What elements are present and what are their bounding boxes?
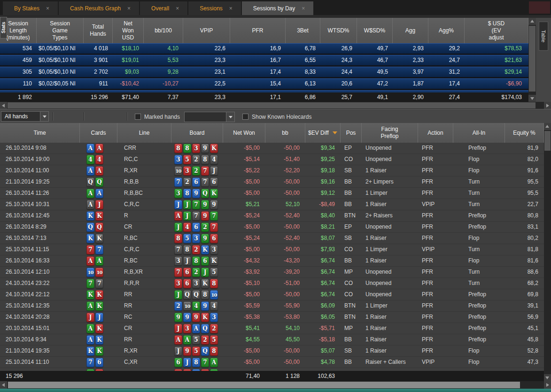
stats-col-header-agg[interactable]: Agg% (428, 18, 465, 43)
hand-row[interactable]: 25.10.2014 11:1076C,XR6J87A-$5,00-50,00$… (0, 357, 544, 368)
marked-hands-checkbox[interactable] (135, 114, 141, 120)
hand-time: 26.10.2014 16:33 (0, 255, 80, 266)
stats-scroll-up-icon[interactable] (528, 18, 536, 25)
card-4-c: 4 (86, 155, 94, 164)
stats-row[interactable]: 305$0,05/$0,10 NI2 702$9,039,2823,117,48… (0, 67, 528, 78)
hand-row[interactable]: 26.10.2014 19:0044RC,C35284-$5,14-51,40$… (0, 154, 544, 165)
hand-net-won: -$5,00 (223, 244, 265, 255)
stats-scroll-right-icon[interactable] (544, 102, 551, 109)
stats-vscroll-thumb[interactable] (529, 26, 535, 92)
hand-row[interactable]: 26.10.2014 11:26AAR,B,BC389QK-$5,00-50,0… (0, 188, 544, 199)
hand-row[interactable]: 20.10.2014 9:34AKRRAA525$4,5545,50-$5,18… (0, 334, 544, 346)
hands-col-header-bb[interactable]: bb (265, 123, 305, 143)
hands-filter-dropdown[interactable]: All hands (1, 111, 49, 122)
hand-position: SB (341, 346, 362, 356)
hands-col-header-facing-preflop[interactable]: Facing Preflop (362, 123, 418, 143)
hand-action: PFR (418, 289, 453, 300)
hand-action: PFR (418, 267, 453, 277)
table-side-tab[interactable]: Table (539, 22, 548, 51)
hand-action: VPIP (418, 357, 453, 368)
toolbar-separator (127, 112, 128, 121)
hand-row[interactable]: 24.10.2014 23:2277R,R,R363K8-$5,10-51,00… (0, 278, 544, 289)
stats-col-header-session-game-types[interactable]: Session Game Types (37, 18, 84, 43)
hand-action: PFR (418, 188, 453, 199)
chevron-down-icon[interactable] (226, 112, 234, 122)
stats-side-tab[interactable]: Stats (0, 17, 7, 38)
hands-scroll-right-icon[interactable] (544, 381, 551, 389)
hands-scroll-down-icon[interactable] (544, 374, 551, 381)
stats-col-header-agg[interactable]: Agg (393, 18, 428, 43)
close-icon[interactable]: × (302, 5, 305, 12)
hands-col-header-action[interactable]: Action (418, 123, 453, 143)
hand-row[interactable]: 24.10.2014 22:12KKRRJQQ810-$5,00-50,00$6… (0, 289, 544, 300)
hand-row[interactable]: 21.10.2014 19:35KKR,XRJ95Q8-$5,00-50,00$… (0, 346, 544, 357)
hand-row[interactable]: 26.10.2014 16:33AAR,BC3J86K-$4,32-43,20$… (0, 255, 544, 267)
hands-col-header-time[interactable]: Time (0, 123, 80, 143)
close-icon[interactable]: × (229, 5, 233, 12)
hand-row[interactable]: 24.10.2014 20:28JJRC999K3-$5,38-53,80$6,… (0, 312, 544, 323)
card-3-s: 3 (210, 245, 218, 254)
card-7-c: 7 (201, 358, 209, 367)
hands-col-header-equity[interactable]: Equity % (505, 123, 544, 143)
stats-col-header-3bet[interactable]: 3Bet (286, 18, 320, 43)
hands-hscroll-thumb[interactable] (8, 382, 520, 388)
hands-col-header-pos[interactable]: Pos (341, 123, 362, 143)
hand-row[interactable]: 26.10.2014 12:45KKRAJ797-$5,24-52,40$8,4… (0, 210, 544, 222)
close-icon[interactable]: × (176, 5, 179, 12)
hand-row[interactable]: 26.10.2014 12:101010R,B,XR762J5-$3,92-39… (0, 267, 544, 278)
hand-row[interactable]: 26.10.2014 8:29QQCRJ4627-$5,00-50,00$8,2… (0, 222, 544, 233)
hands-scroll-up-icon[interactable] (544, 123, 551, 130)
tab-sessions[interactable]: Sessions× (188, 1, 241, 15)
hands-col-header-ev-diff[interactable]: $EV Diff (305, 123, 341, 143)
stats-scroll-down-icon[interactable] (528, 95, 536, 102)
hands-col-header-all-in[interactable]: All-In (453, 123, 505, 143)
hands-vscroll-thumb[interactable] (544, 131, 551, 151)
hand-row[interactable]: 25.10.2014 12:35AKRR210494-$5,59-55,90$6… (0, 300, 544, 312)
hands-total-ev-diff: 102,63 (305, 371, 335, 381)
hands-vscroll-track[interactable] (544, 123, 551, 381)
stats-cell: $18,10 (113, 44, 144, 54)
hands-col-header-cards[interactable]: Cards (80, 123, 117, 143)
stats-row[interactable]: 534$0,05/$0,10 NI4 018$18,104,1022,616,9… (0, 43, 528, 55)
tab-by-stakes[interactable]: By Stakes× (3, 1, 58, 15)
hand-cards: 77 (80, 244, 117, 255)
hand-equity: 91,6 (505, 165, 544, 176)
hands-col-header-net-won[interactable]: Net Won (223, 123, 265, 143)
show-known-holecards-checkbox[interactable] (242, 114, 248, 120)
stats-col-header-net-won-usd[interactable]: Net Won USD (113, 18, 144, 43)
stats-hscroll-thumb[interactable] (8, 102, 535, 108)
hands-col-header-line[interactable]: Line (117, 123, 171, 143)
stats-col-header-vpip[interactable]: VPIP (183, 18, 230, 43)
stats-col-header-usd-ev-adjust[interactable]: $ USD (EV adjust (465, 18, 528, 43)
tab-overall[interactable]: Overall× (140, 1, 187, 15)
stats-row[interactable]: 110$0,02/$0,05 NI911-$10,42-10,2722,515,… (0, 78, 528, 90)
tab-sessions-by-day[interactable]: Sessions by Day× (242, 1, 313, 15)
hand-row[interactable]: 25.10.2014 10:31AJC,R,CJJ799$5,2152,10-$… (0, 199, 544, 210)
hand-bb: 45,50 (265, 334, 305, 345)
hand-row[interactable]: 21.10.2014 19:25QQR,B,B72676-$5,00-50,00… (0, 177, 544, 188)
card-3-d: 3 (174, 155, 182, 164)
hand-ev-diff: $6,74 (305, 289, 341, 300)
hands-scroll-left-icon[interactable] (0, 381, 7, 389)
stats-col-header-wtsd[interactable]: WTSD% (320, 18, 357, 43)
hand-row[interactable]: 25.10.2014 11:1577C,R,C782K3-$5,00-50,00… (0, 244, 544, 255)
stats-col-header-pfr[interactable]: PFR (230, 18, 286, 43)
stats-total-cell: 1 892 (0, 92, 37, 102)
hand-row[interactable]: 20.10.2014 15:01AKCRJ3AQ2$5,4154,10-$5,7… (0, 323, 544, 334)
close-icon[interactable]: × (46, 5, 49, 12)
stats-col-header-bb-100[interactable]: bb/100 (144, 18, 183, 43)
hands-col-header-board[interactable]: Board (171, 123, 223, 143)
hand-row[interactable]: 20.10.2014 11:00AAR,XR10327J-$5,22-52,20… (0, 165, 544, 177)
stats-col-header-w-sd[interactable]: W$SD% (357, 18, 393, 43)
stats-row[interactable]: 459$0,05/$0,10 NI3 901$19,015,5323,316,7… (0, 55, 528, 67)
stats-col-header-total-hands[interactable]: Total Hands (84, 18, 113, 43)
chevron-down-icon[interactable] (40, 112, 48, 121)
hand-bb: -43,20 (265, 255, 305, 266)
hand-row[interactable]: 26.10.2014 9:08AACRR8839K-$5,00-50,00$9,… (0, 143, 544, 154)
tab-cash-results-graph[interactable]: Cash Results Graph× (59, 1, 139, 15)
close-icon[interactable]: × (127, 5, 131, 12)
hand-row[interactable]: 26.10.2014 7:13KKR,BC85396-$5,24-52,40$8… (0, 233, 544, 244)
stats-scroll-left-icon[interactable] (0, 102, 7, 109)
marked-hands-filter-dropdown[interactable] (184, 112, 235, 122)
stats-cell: 1,87 (393, 79, 428, 89)
